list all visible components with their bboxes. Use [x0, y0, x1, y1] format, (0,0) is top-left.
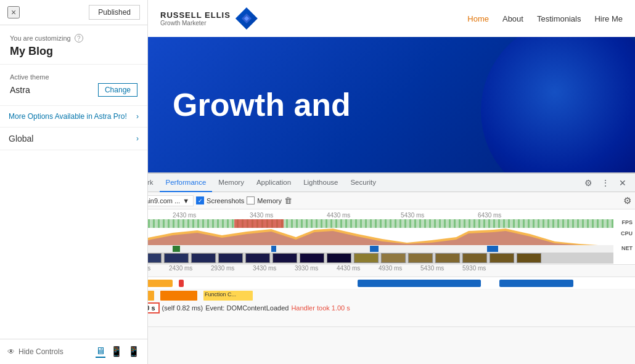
trash-icon[interactable]: 🗑	[284, 196, 292, 205]
desktop-icon[interactable]: 🖥	[96, 346, 105, 358]
timing-annotation-row: 1.00 s (self 0.82 ms) Event: DOMContentL…	[80, 302, 635, 314]
tab-lighthouse[interactable]: Lighthouse	[297, 174, 344, 192]
time-label-6430: 6430 ms	[478, 212, 501, 219]
logo-icon	[236, 7, 258, 30]
cpu-label: CPU	[621, 230, 633, 237]
blog-title: My Blog	[10, 45, 137, 58]
eye-icon: 👁	[7, 347, 15, 356]
fps-label: FPS	[621, 219, 633, 225]
hide-controls-button[interactable]: 👁 Hide Controls	[7, 347, 63, 356]
hero-text: Growth and	[173, 86, 351, 123]
astra-pro-text: More Options Available in Astra Pro!	[9, 112, 127, 121]
customizer-footer: 👁 Hide Controls 🖥 📱 📱	[0, 339, 147, 364]
time-3430: 3430 ms	[253, 265, 276, 272]
website-preview: RUSSELL ELLIS Growth Marketer Home About…	[148, 0, 635, 172]
customizing-section: You are customizing ? My Blog	[0, 25, 147, 65]
published-button[interactable]: Published	[89, 5, 140, 20]
device-icons: 🖥 📱 📱	[96, 346, 140, 358]
change-theme-button[interactable]: Change	[98, 83, 137, 97]
screenshots-label: Screenshots	[207, 197, 244, 204]
perf-settings-icon[interactable]: ⚙	[623, 195, 631, 206]
time-label-3430: 3430 ms	[250, 212, 273, 219]
settings-icon[interactable]: ⚙	[581, 176, 596, 190]
customizer-header: × Published	[0, 0, 147, 25]
hero-bg-circle	[481, 37, 635, 172]
site-logo: RUSSELL ELLIS Growth Marketer	[160, 7, 258, 30]
time-5430: 5430 ms	[420, 265, 444, 272]
time-2930: 2930 ms	[211, 265, 234, 272]
screenshots-checkbox[interactable]: ✓ Screenshots	[196, 196, 244, 204]
nav-home[interactable]: Home	[467, 14, 489, 23]
global-chevron-icon: ›	[136, 134, 139, 143]
theme-row: Astra Change	[10, 83, 137, 97]
event-block-3: Function C...	[203, 291, 253, 301]
time-4430: 4430 ms	[337, 265, 360, 272]
nav-hire-me[interactable]: Hire Me	[594, 14, 623, 23]
timing-self: (self 0.82 ms)	[162, 304, 203, 312]
time-3930: 3930 ms	[295, 265, 318, 272]
memory-label: Memory	[257, 197, 282, 204]
global-label: Global	[9, 134, 33, 144]
handler-text: Handler took 1.00 s	[291, 304, 350, 312]
help-icon[interactable]: ?	[75, 34, 83, 42]
memory-checkbox[interactable]: Memory	[247, 196, 282, 204]
screenshots-check-icon: ✓	[196, 196, 204, 204]
close-button[interactable]: ×	[7, 6, 20, 18]
time-label-4430: 4430 ms	[327, 212, 350, 219]
event-blocks-row: Event: DOM... Function C...	[80, 291, 635, 301]
time-4930: 4930 ms	[379, 265, 402, 272]
tab-security[interactable]: Security	[344, 174, 382, 192]
close-devtools-icon[interactable]: ✕	[615, 176, 630, 190]
theme-name: Astra	[10, 85, 30, 95]
logo-name: RUSSELL ELLIS	[160, 10, 231, 20]
customizer-panel: × Published You are customizing ? My Blo…	[0, 0, 148, 364]
astra-pro-banner[interactable]: More Options Available in Astra Pro! ›	[0, 106, 147, 127]
logo-text: RUSSELL ELLIS Growth Marketer	[160, 10, 231, 26]
tab-memory[interactable]: Memory	[212, 174, 250, 192]
event-domcontent: Event: DOMContentLoaded	[205, 304, 289, 312]
tab-application[interactable]: Application	[250, 174, 297, 192]
mobile-icon[interactable]: 📱	[128, 346, 140, 358]
active-theme-label: Active theme	[10, 73, 137, 81]
global-section[interactable]: Global ›	[0, 127, 147, 150]
theme-section: Active theme Astra Change	[0, 65, 147, 106]
track-bar-5	[499, 280, 573, 287]
website-nav: RUSSELL ELLIS Growth Marketer Home About…	[148, 0, 635, 37]
devtools-tab-icons: ⚙ ⋮ ✕	[578, 176, 633, 190]
nav-testimonials[interactable]: Testimonials	[537, 14, 581, 23]
net-label: NET	[621, 245, 633, 251]
customizing-label: You are customizing ?	[10, 34, 137, 42]
nav-about[interactable]: About	[502, 14, 523, 23]
network-track-bars	[80, 277, 635, 289]
more-icon[interactable]: ⋮	[598, 176, 613, 190]
hide-controls-label: Hide Controls	[18, 347, 63, 356]
time-label-2430: 2430 ms	[173, 212, 196, 219]
time-2430: 2430 ms	[169, 265, 192, 272]
track-bar-3	[179, 280, 184, 287]
tablet-icon[interactable]: 📱	[110, 346, 123, 358]
track-bar-4	[358, 280, 481, 287]
logo-subtitle: Growth Marketer	[160, 20, 231, 26]
time-label-5430: 5430 ms	[401, 212, 424, 219]
url-dropdown-icon: ▼	[182, 197, 189, 204]
chevron-right-icon: ›	[136, 112, 139, 121]
nav-links: Home About Testimonials Hire Me	[467, 14, 623, 23]
website-hero: Growth and	[148, 37, 635, 172]
event-block-2	[160, 291, 197, 301]
tab-performance[interactable]: Performance	[160, 174, 213, 192]
time-5930: 5930 ms	[462, 265, 486, 272]
memory-check-box	[247, 196, 255, 204]
